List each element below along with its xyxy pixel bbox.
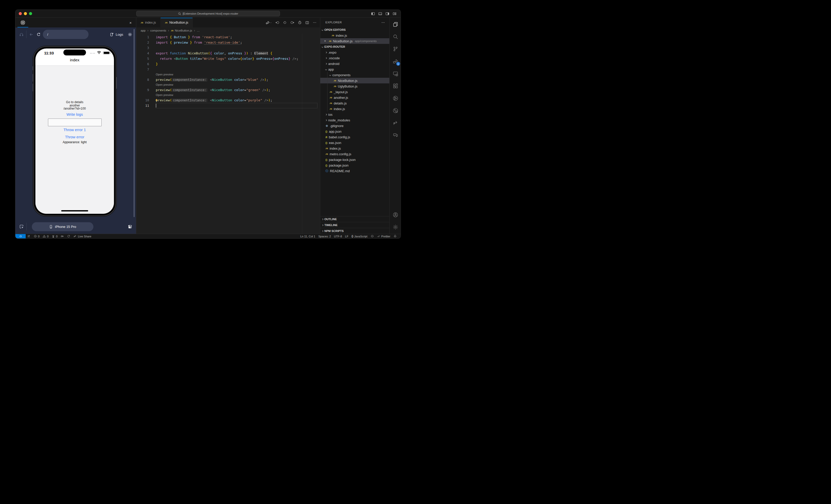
- activity-explorer[interactable]: [390, 18, 401, 31]
- live-share-status[interactable]: Live Share: [72, 234, 93, 238]
- activity-extensions[interactable]: [390, 80, 401, 92]
- link-another-query[interactable]: /another?id=100: [35, 107, 114, 110]
- file-tree-row-eas.json[interactable]: {}eas.json: [320, 140, 389, 146]
- open-editors-section-header[interactable]: OPEN EDITORS: [320, 27, 389, 33]
- close-icon[interactable]: ×: [323, 39, 327, 43]
- file-tree-row-package.json[interactable]: {}package.json: [320, 162, 389, 168]
- encoding[interactable]: UTF-8: [332, 234, 343, 238]
- file-tree-row-.gitignore[interactable]: .gitignore: [320, 123, 389, 128]
- section-timeline[interactable]: TIMELINE: [320, 222, 389, 228]
- file-tree-row-app[interactable]: app: [320, 66, 389, 72]
- activity-run-and-debug[interactable]: 1: [390, 55, 401, 67]
- activity-source-control[interactable]: [390, 43, 401, 55]
- open-editor-NiceButton.js[interactable]: ×JSNiceButton.jsapp/components: [320, 38, 389, 44]
- remote-indicator[interactable]: [16, 234, 26, 238]
- breadcrumb-item-…[interactable]: …: [197, 29, 200, 32]
- write-logs-button[interactable]: Write logs: [35, 112, 114, 117]
- activity-accounts[interactable]: [390, 209, 401, 221]
- breadcrumb-item-app[interactable]: app: [141, 29, 145, 32]
- layout-panel-button[interactable]: [378, 12, 382, 16]
- route-links[interactable]: Go to details another /another?id=100: [35, 100, 114, 110]
- device-settings-toggles-icon[interactable]: [128, 225, 132, 229]
- cursor-position[interactable]: Ln 11, Col 1: [299, 234, 317, 238]
- code-line-9[interactable]: 9preview(componentInstance: <NiceButton …: [136, 87, 320, 93]
- phone-screen[interactable]: 11:33 index Go to details: [35, 49, 114, 214]
- back-icon[interactable]: [29, 32, 33, 37]
- activity-live-share[interactable]: [390, 117, 401, 129]
- breadcrumb-item-NiceButton.js[interactable]: JSNiceButton.js: [171, 29, 192, 32]
- section-outline[interactable]: OUTLINE: [320, 216, 389, 222]
- radon-ide-tab[interactable]: [16, 18, 30, 27]
- file-tree-row-components[interactable]: components: [320, 72, 389, 78]
- code-line-4[interactable]: 4export function NiceButton({ color, onP…: [136, 51, 320, 56]
- file-tree-row-.vscode[interactable]: .vscode: [320, 55, 389, 61]
- ports-count[interactable]: 0: [50, 234, 59, 238]
- inspect-element-icon[interactable]: [19, 224, 24, 229]
- file-tree-row-UglyButton.js[interactable]: JSUglyButton.js: [320, 83, 389, 89]
- simulator-settings-gear-icon[interactable]: [128, 32, 132, 37]
- code-line-7[interactable]: 7: [136, 67, 320, 72]
- reload-icon[interactable]: [36, 32, 41, 37]
- formatter-status[interactable]: Prettier: [375, 234, 392, 238]
- open-editor-index.js[interactable]: JSindex.js: [320, 33, 389, 38]
- file-tree-row-details.js[interactable]: JSdetails.js: [320, 100, 389, 106]
- run-or-debug-button[interactable]: [266, 21, 272, 25]
- language-mode[interactable]: {}JavaScript: [350, 234, 369, 238]
- sync-status[interactable]: [65, 234, 72, 238]
- file-tree-row-package-lock.json[interactable]: {}package-lock.json: [320, 157, 389, 162]
- copilot-status[interactable]: [369, 234, 375, 238]
- navigate-forward-circle-button[interactable]: [290, 21, 294, 25]
- notifications-bell[interactable]: [392, 234, 398, 238]
- warnings-count[interactable]: 0: [41, 234, 50, 238]
- activity-settings[interactable]: [390, 221, 401, 233]
- file-tree-row-node_modules[interactable]: node_modules: [320, 117, 389, 123]
- more-actions-button[interactable]: [313, 21, 317, 25]
- activity-comments[interactable]: [390, 129, 401, 141]
- code-line-6[interactable]: 6}: [136, 61, 320, 67]
- file-tree-row-README.md[interactable]: ⓘREADME.md: [320, 168, 389, 174]
- errors-count[interactable]: 0: [32, 234, 41, 238]
- codelens-open-preview[interactable]: Open preview: [136, 82, 320, 87]
- code-line-1[interactable]: 1import { Button } from 'react-native';: [136, 34, 320, 40]
- file-tree-row-babel.config.js[interactable]: Bbabel.config.js: [320, 134, 389, 140]
- code-line-8[interactable]: 8preview(componentInstance: <NiceButton …: [136, 77, 320, 82]
- zoom-window-button[interactable]: [29, 12, 32, 15]
- layout-sidebar-right-button[interactable]: [385, 12, 389, 16]
- close-window-button[interactable]: [19, 12, 22, 15]
- navigate-circle-button[interactable]: [283, 21, 287, 25]
- code-line-11[interactable]: 11: [136, 103, 320, 108]
- activity-remote-explorer[interactable]: [390, 67, 401, 80]
- file-tree-row-index.js[interactable]: JSindex.js: [320, 106, 389, 112]
- file-tree-row-android[interactable]: android: [320, 61, 389, 66]
- code-line-3[interactable]: 3: [136, 45, 320, 51]
- file-tree-row-index.js[interactable]: JSindex.js: [320, 146, 389, 151]
- activity-search[interactable]: [390, 31, 401, 43]
- indentation[interactable]: Spaces: 2: [317, 234, 332, 238]
- phone-text-input[interactable]: [48, 119, 102, 126]
- radon-status[interactable]: [26, 234, 32, 238]
- code-line-2[interactable]: 2import { preview } from 'react-native-i…: [136, 40, 320, 45]
- timer-button[interactable]: [298, 21, 302, 25]
- activity-gitlens-inspect[interactable]: [390, 105, 401, 117]
- section-npm-scripts[interactable]: NPM SCRIPTS: [320, 228, 389, 234]
- command-center[interactable]: [Extension Development Host] expo-router: [136, 11, 280, 17]
- breadcrumb-item-components[interactable]: components: [150, 29, 166, 32]
- audio-headphones-icon[interactable]: [19, 32, 24, 37]
- sidebar-more-icon[interactable]: ⋯: [381, 20, 385, 24]
- codelens-open-preview[interactable]: Open preview: [136, 93, 320, 97]
- device-selector[interactable]: iPhone 15 Pro: [32, 222, 93, 231]
- file-tree-row-metro.config.js[interactable]: JSmetro.config.js: [320, 151, 389, 157]
- code-editor[interactable]: 1import { Button } from 'react-native';2…: [136, 34, 320, 234]
- file-tree-row-.expo[interactable]: .expo: [320, 50, 389, 55]
- activity-gitlens[interactable]: [390, 92, 401, 105]
- debug-status[interactable]: [59, 234, 65, 238]
- file-tree-row-app.json[interactable]: {}app.json: [320, 128, 389, 134]
- file-tree-row-_layout.js[interactable]: JS_layout.js: [320, 89, 389, 95]
- route-url-bar[interactable]: /: [43, 30, 89, 39]
- iphone-simulator[interactable]: 11:33 index Go to details: [33, 46, 116, 216]
- panel-close-icon[interactable]: ×: [130, 21, 132, 25]
- layout-sidebar-left-button[interactable]: [371, 12, 375, 16]
- layout-customize-button[interactable]: [393, 12, 397, 16]
- editor-tab-index.js[interactable]: JSindex.js: [136, 18, 161, 27]
- code-line-5[interactable]: 5 return <Button title="Write logs" colo…: [136, 56, 320, 61]
